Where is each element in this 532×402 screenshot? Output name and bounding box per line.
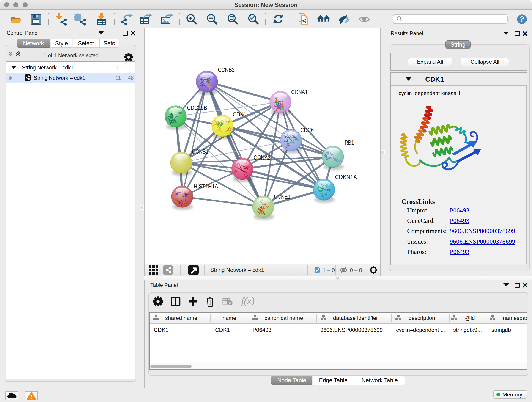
svg-text:description: description [409,315,435,321]
svg-text:@id: @id [465,315,475,321]
svg-text:CCNE1: CCNE1 [274,193,291,200]
svg-text:?: ? [520,14,525,23]
svg-text:0 – 0: 0 – 0 [350,267,362,273]
svg-text:CCNB1: CCNB1 [192,148,209,155]
svg-text:CDC25B: CDC25B [187,104,207,111]
svg-text:f(x): f(x) [241,296,254,306]
svg-text:name: name [222,315,236,321]
svg-text:CCNA1: CCNA1 [291,89,308,95]
svg-text:RB1: RB1 [345,139,354,146]
svg-text:HIST1H1A: HIST1H1A [194,183,218,190]
svg-text:CDKN1A: CDKN1A [335,173,357,180]
svg-text:String Network – cdk1: String Network – cdk1 [210,267,264,273]
svg-text:CCNB2: CCNB2 [218,66,234,73]
svg-text:namespace: namespace [503,315,527,321]
svg-text:CCNA2: CCNA2 [254,154,271,161]
svg-text:shared name: shared name [165,315,197,321]
svg-text:1 – 0: 1 – 0 [323,267,335,273]
svg-text:canonical name: canonical name [264,315,303,321]
svg-text:CDC6: CDC6 [300,127,314,133]
svg-text:CDK1: CDK1 [233,111,246,118]
svg-text:database identifier: database identifier [333,315,378,321]
